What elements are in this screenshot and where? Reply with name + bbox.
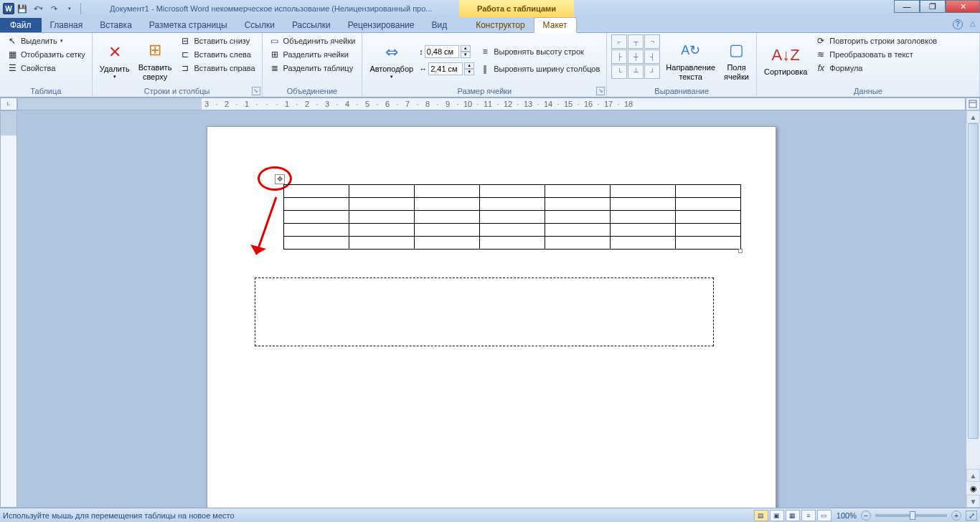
zoom-out-button[interactable]: − bbox=[861, 511, 871, 521]
qat-redo-icon[interactable]: ↷ bbox=[47, 2, 61, 15]
zoom-level[interactable]: 100% bbox=[837, 511, 857, 520]
group-rows-cols-label: Строки и столбцы bbox=[97, 85, 258, 97]
sort-button[interactable]: A↓ZСортировка bbox=[761, 34, 810, 85]
delete-button[interactable]: ✕Удалить▾ bbox=[97, 34, 133, 85]
horizontal-ruler[interactable]: 3·2·1···1·2·3·4·5·6·7·8·9·10·11·12·13·14… bbox=[17, 98, 966, 110]
width-icon: ↔ bbox=[419, 65, 427, 73]
tab-mailings[interactable]: Рассылки bbox=[283, 18, 339, 32]
sort-icon: A↓Z bbox=[774, 43, 797, 66]
svg-rect-0 bbox=[969, 100, 976, 108]
split-table-icon: ≣ bbox=[269, 62, 281, 74]
group-table: ↖Выделить ▾ ▦Отобразить сетку ☰Свойства … bbox=[0, 33, 93, 97]
tab-selector[interactable]: L bbox=[0, 98, 17, 110]
properties-icon: ☰ bbox=[6, 62, 18, 74]
row-height-input[interactable]: ↕▲▼ bbox=[419, 45, 474, 58]
help-icon[interactable]: ? bbox=[953, 19, 963, 29]
convert-to-text-button[interactable]: ≋Преобразовать в текст bbox=[813, 48, 939, 61]
view-web-button[interactable]: ▦ bbox=[786, 510, 800, 521]
dist-cols-icon: ‖ bbox=[479, 63, 491, 75]
tab-table-layout[interactable]: Макет bbox=[534, 17, 577, 33]
insert-left-button[interactable]: ⊏Вставить слева bbox=[177, 48, 257, 61]
document-title: Документ1 - Microsoft Word некоммерческо… bbox=[110, 4, 433, 13]
status-bar: Используйте мышь для перемещения таблицы… bbox=[0, 508, 980, 522]
group-cell-size: ⇔Автоподбор▾ ↕▲▼ ↔▲▼ ≡Выровнять высоту с… bbox=[362, 33, 607, 97]
document-scroll-area[interactable]: ✥ bbox=[17, 110, 966, 508]
dist-rows-icon: ≡ bbox=[479, 46, 491, 57]
table-resize-handle[interactable] bbox=[738, 249, 743, 253]
ruler-toggle-icon[interactable] bbox=[966, 98, 980, 110]
vertical-ruler[interactable] bbox=[0, 110, 17, 508]
scroll-thumb[interactable] bbox=[968, 123, 979, 439]
repeat-headers-button[interactable]: ⟳Повторить строки заголовков bbox=[813, 34, 939, 47]
rows-cols-dialog-launcher[interactable]: ↘ bbox=[252, 87, 260, 95]
svg-line-2 bbox=[256, 197, 276, 255]
properties-button[interactable]: ☰Свойства bbox=[4, 62, 88, 75]
window-restore-button[interactable]: ❐ bbox=[920, 0, 946, 13]
zoom-fit-button[interactable]: ⤢ bbox=[966, 511, 977, 521]
tab-view[interactable]: Вид bbox=[423, 18, 456, 32]
tab-home[interactable]: Главная bbox=[42, 18, 92, 32]
height-icon: ↕ bbox=[419, 47, 423, 56]
autofit-button[interactable]: ⇔Автоподбор▾ bbox=[367, 34, 416, 85]
insert-right-icon: ⊐ bbox=[179, 62, 191, 74]
view-outline-button[interactable]: ≡ bbox=[801, 510, 816, 521]
qat-save-icon[interactable]: 💾 bbox=[15, 2, 29, 15]
merge-icon: ▭ bbox=[269, 35, 281, 47]
formula-icon: fx bbox=[815, 62, 826, 74]
group-cell-size-label: Размер ячейки bbox=[367, 85, 602, 97]
view-draft-button[interactable]: ▭ bbox=[817, 510, 831, 521]
formula-button[interactable]: fxФормула bbox=[813, 62, 939, 75]
group-alignment: ⌐┬¬├┼┤└┴┘ A↻Направление текста ▢Поля яче… bbox=[607, 33, 757, 97]
status-message: Используйте мышь для перемещения таблицы… bbox=[3, 511, 235, 520]
zoom-slider[interactable] bbox=[875, 514, 947, 517]
alignment-grid[interactable]: ⌐┬¬├┼┤└┴┘ bbox=[611, 34, 660, 85]
page-down-arrow[interactable]: ▼ bbox=[966, 495, 980, 508]
grid-icon: ▦ bbox=[6, 49, 18, 60]
tab-page-layout[interactable]: Разметка страницы bbox=[141, 18, 236, 32]
merge-cells-button[interactable]: ▭Объединить ячейки bbox=[267, 34, 358, 47]
qat-customize-icon[interactable]: ▾ bbox=[62, 2, 77, 15]
distribute-cols-button[interactable]: ‖Выровнять ширину столбцов bbox=[477, 62, 602, 75]
browse-object-icon[interactable]: ◉ bbox=[966, 482, 980, 495]
select-button[interactable]: ↖Выделить ▾ bbox=[4, 34, 88, 47]
tab-review[interactable]: Рецензирование bbox=[339, 18, 423, 32]
insert-left-icon: ⊏ bbox=[179, 49, 191, 60]
view-print-layout-button[interactable]: ▤ bbox=[754, 510, 768, 521]
ribbon-tabstrip: Файл Главная Вставка Разметка страницы С… bbox=[0, 17, 980, 33]
insert-right-button[interactable]: ⊐Вставить справа bbox=[177, 62, 257, 75]
group-rows-cols: ✕Удалить▾ ⊞Вставить сверху ⊟Вставить сни… bbox=[93, 33, 263, 97]
tab-references[interactable]: Ссылки bbox=[236, 18, 283, 32]
cell-margins-button[interactable]: ▢Поля ячейки bbox=[721, 34, 752, 85]
vertical-scrollbar[interactable]: ▲ ▲ ◉ ▼ bbox=[966, 110, 980, 508]
delete-icon: ✕ bbox=[103, 40, 126, 63]
cell-size-dialog-launcher[interactable]: ↘ bbox=[596, 87, 605, 95]
split-table-button[interactable]: ≣Разделить таблицу bbox=[267, 62, 358, 75]
view-gridlines-button[interactable]: ▦Отобразить сетку bbox=[4, 48, 88, 61]
title-bar: W 💾 ↶▾ ↷ ▾ Документ1 - Microsoft Word не… bbox=[0, 0, 980, 17]
qat-undo-icon[interactable]: ↶▾ bbox=[31, 2, 45, 15]
split-cells-button[interactable]: ⊞Разделить ячейки bbox=[267, 48, 358, 61]
repeat-icon: ⟳ bbox=[815, 35, 826, 47]
zoom-in-button[interactable]: + bbox=[951, 511, 961, 521]
text-direction-icon: A↻ bbox=[679, 39, 702, 62]
tab-insert[interactable]: Вставка bbox=[91, 18, 141, 32]
text-direction-button[interactable]: A↻Направление текста bbox=[663, 34, 718, 85]
document-workarea: L 3·2·1···1·2·3·4·5·6·7·8·9·10·11·12·13·… bbox=[0, 98, 980, 508]
page-up-arrow[interactable]: ▲ bbox=[966, 469, 980, 482]
tab-file[interactable]: Файл bbox=[0, 18, 42, 32]
window-close-button[interactable]: ✕ bbox=[946, 0, 980, 13]
col-width-input[interactable]: ↔▲▼ bbox=[419, 62, 474, 75]
distribute-rows-button[interactable]: ≡Выровнять высоту строк bbox=[477, 45, 602, 58]
insert-above-button[interactable]: ⊞Вставить сверху bbox=[136, 34, 175, 85]
view-fullscreen-button[interactable]: ▣ bbox=[770, 510, 784, 521]
split-icon: ⊞ bbox=[269, 49, 281, 60]
window-minimize-button[interactable]: ― bbox=[894, 0, 920, 13]
ribbon-collapse-icon[interactable]: △ bbox=[970, 19, 976, 27]
tab-table-design[interactable]: Конструктор bbox=[467, 18, 533, 32]
scroll-up-arrow[interactable]: ▲ bbox=[966, 110, 980, 123]
cell-margins-icon: ▢ bbox=[725, 39, 748, 62]
document-table[interactable] bbox=[283, 184, 741, 250]
insert-below-button[interactable]: ⊟Вставить снизу bbox=[177, 34, 257, 47]
insert-above-icon: ⊞ bbox=[143, 39, 166, 62]
cursor-icon: ↖ bbox=[6, 35, 18, 47]
